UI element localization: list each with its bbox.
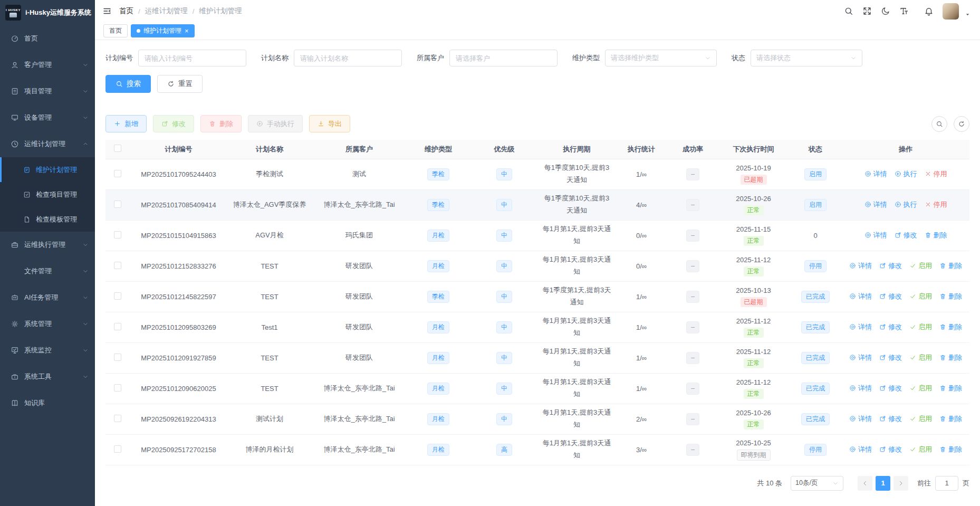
sidebar-item-system-tools[interactable]: 系统工具 [0, 364, 95, 390]
row-checkbox[interactable] [114, 262, 121, 269]
sidebar-item-system-monitor[interactable]: 系统监控 [0, 337, 95, 364]
manual-execute-button[interactable]: 手动执行 [248, 115, 303, 132]
sidebar-item-maintenance-plan[interactable]: 维护计划管理 [0, 157, 95, 182]
op-modify-button[interactable]: 修改 [879, 353, 902, 362]
op-modify-button[interactable]: 修改 [879, 322, 902, 332]
op-disable-button[interactable]: 停用 [925, 169, 947, 179]
sidebar-item-system-mgmt[interactable]: 系统管理 [0, 311, 95, 337]
op-label: 修改 [888, 414, 902, 424]
select-all-checkbox[interactable] [114, 145, 121, 152]
sidebar-item-devices[interactable]: 设备管理 [0, 104, 95, 131]
maintenance-type-select[interactable]: 请选择维护类型 [605, 50, 717, 66]
row-checkbox[interactable] [114, 170, 121, 177]
row-checkbox[interactable] [114, 231, 121, 238]
search-button[interactable]: 搜索 [105, 75, 151, 93]
row-checkbox[interactable] [114, 384, 121, 392]
sidebar-item-projects[interactable]: 项目管理 [0, 78, 95, 104]
sidebar-item-ai-tasks[interactable]: AI任务管理 [0, 284, 95, 311]
op-delete-button[interactable]: 删除 [939, 384, 962, 393]
prev-page-button[interactable] [858, 476, 872, 491]
op-enable-button[interactable]: 启用 [909, 322, 932, 332]
op-delete-button[interactable]: 删除 [925, 231, 947, 240]
trash-icon [925, 232, 931, 238]
row-checkbox[interactable] [114, 201, 121, 208]
op-execute-button[interactable]: 执行 [895, 200, 917, 209]
notification-bell-icon[interactable] [924, 6, 934, 16]
plan-no-input[interactable] [138, 50, 246, 66]
table-search-button[interactable] [931, 116, 947, 132]
table-row: MP20251015104915863AGV月检玛氏集团月检中每1月第1天,提前… [105, 220, 969, 251]
search-icon[interactable] [844, 6, 853, 16]
row-checkbox[interactable] [114, 415, 121, 422]
op-delete-button[interactable]: 删除 [939, 322, 962, 332]
op-delete-button[interactable]: 删除 [939, 261, 962, 271]
op-detail-button[interactable]: 详情 [849, 353, 872, 362]
op-detail-button[interactable]: 详情 [849, 445, 872, 454]
sidebar-item-customers[interactable]: 客户管理 [0, 52, 95, 78]
op-modify-button[interactable]: 修改 [879, 445, 902, 454]
fullscreen-icon[interactable] [862, 6, 872, 16]
table-refresh-button[interactable] [954, 116, 969, 132]
op-execute-button[interactable]: 执行 [895, 169, 917, 179]
sidebar-item-inspection-items[interactable]: 检查项目管理 [0, 182, 95, 207]
op-modify-button[interactable]: 修改 [879, 384, 902, 393]
op-enable-button[interactable]: 启用 [909, 292, 932, 301]
check-icon [909, 293, 916, 300]
op-detail-button[interactable]: 详情 [864, 169, 887, 179]
op-enable-button[interactable]: 启用 [909, 414, 932, 424]
sidebar-item-op-plan[interactable]: 运维计划管理 [0, 131, 95, 157]
row-checkbox[interactable] [114, 445, 121, 453]
sidebar-item-home[interactable]: 首页 [0, 25, 95, 52]
delete-button[interactable]: 删除 [200, 115, 242, 132]
font-size-icon[interactable] [899, 6, 909, 16]
page-number-1[interactable]: 1 [876, 476, 890, 491]
op-enable-button[interactable]: 启用 [909, 445, 932, 454]
dark-mode-icon[interactable] [881, 6, 890, 16]
op-enable-button[interactable]: 启用 [909, 353, 932, 362]
plan-name-input[interactable] [294, 50, 402, 66]
row-checkbox[interactable] [114, 354, 121, 361]
op-modify-button[interactable]: 修改 [879, 414, 902, 424]
add-button[interactable]: 新增 [105, 115, 147, 132]
export-button[interactable]: 导出 [309, 115, 350, 132]
sidebar-item-inspection-templates[interactable]: 检查模板管理 [0, 207, 95, 232]
op-enable-button[interactable]: 启用 [909, 261, 932, 271]
row-checkbox[interactable] [114, 292, 121, 300]
row-checkbox[interactable] [114, 323, 121, 330]
cycle-text: 每1季度第10天,提前3天通知 [542, 193, 612, 217]
status-select[interactable]: 请选择状态 [751, 50, 862, 66]
op-delete-button[interactable]: 删除 [939, 414, 962, 424]
op-detail-button[interactable]: 详情 [849, 414, 872, 424]
op-detail-button[interactable]: 详情 [849, 261, 872, 271]
tab-maintenance-plan[interactable]: 维护计划管理 × [131, 24, 195, 37]
menu-fold-icon[interactable] [102, 6, 112, 16]
breadcrumb-home[interactable]: 首页 [119, 6, 133, 16]
op-detail-button[interactable]: 详情 [849, 384, 872, 393]
next-page-button[interactable] [893, 476, 908, 491]
op-disable-button[interactable]: 停用 [925, 200, 947, 209]
modify-button[interactable]: 修改 [153, 115, 194, 132]
sidebar-item-op-execution[interactable]: 运维执行管理 [0, 232, 95, 258]
goto-page-input[interactable] [935, 476, 958, 491]
user-avatar[interactable] [943, 3, 959, 20]
op-enable-button[interactable]: 启用 [909, 384, 932, 393]
cell-plan-no: MP20250926192204313 [130, 404, 227, 434]
tab-close-icon[interactable]: × [185, 27, 189, 34]
tab-home[interactable]: 首页 [103, 24, 128, 37]
reset-button[interactable]: 重置 [157, 75, 203, 93]
customer-input[interactable] [449, 50, 558, 66]
op-delete-button[interactable]: 删除 [939, 292, 962, 301]
sidebar-item-files[interactable]: 文件管理 [0, 258, 95, 284]
op-modify-button[interactable]: 修改 [879, 261, 902, 271]
page-size-select[interactable]: 10条/页 [791, 476, 843, 491]
op-delete-button[interactable]: 删除 [939, 445, 962, 454]
op-modify-button[interactable]: 修改 [895, 231, 917, 240]
op-delete-button[interactable]: 删除 [939, 353, 962, 362]
op-detail-button[interactable]: 详情 [864, 200, 887, 209]
op-detail-button[interactable]: 详情 [849, 322, 872, 332]
sidebar-item-knowledge-base[interactable]: 知识库 [0, 390, 95, 416]
op-detail-button[interactable]: 详情 [864, 231, 887, 240]
caret-down-icon[interactable] [965, 11, 971, 17]
op-modify-button[interactable]: 修改 [879, 292, 902, 301]
op-detail-button[interactable]: 详情 [849, 292, 872, 301]
